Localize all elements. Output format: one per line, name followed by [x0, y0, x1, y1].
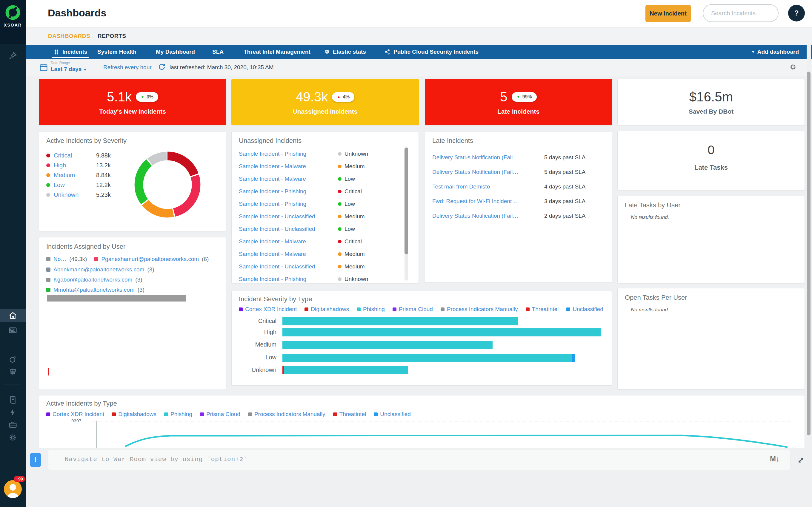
xsoar-logo-icon [5, 5, 20, 20]
pin-icon[interactable] [8, 51, 17, 60]
refresh-interval-link[interactable]: Refresh every hour [103, 64, 152, 71]
expand-icon[interactable] [797, 456, 805, 465]
add-dashboard-button[interactable]: ▼ Add dashboard [751, 45, 799, 59]
bar-low[interactable] [283, 354, 572, 362]
bar-low-unclassified-segment[interactable] [572, 354, 575, 362]
severity-label[interactable]: Medium [54, 172, 93, 179]
severity-label[interactable]: Unknown [54, 191, 93, 198]
nav-item-incidents[interactable]: Incidents [53, 45, 87, 59]
exclamation-icon[interactable]: ! [30, 453, 41, 467]
home-icon[interactable] [8, 311, 17, 320]
markdown-icon[interactable]: M↓ [770, 455, 779, 463]
tab-dashboards[interactable]: DASHBOARDS [48, 27, 90, 45]
severity-dot [338, 165, 342, 168]
legend-item[interactable]: Prisma Cloud [200, 411, 240, 417]
nav-item-public-cloud[interactable]: Public Cloud Security Incidents [385, 45, 478, 59]
kpi-saved-by-dbot[interactable]: $16.5m Saved By DBot [617, 79, 805, 125]
incident-link[interactable]: Sample Incident - Phishing [239, 151, 306, 157]
user-legend-label[interactable]: No… [53, 256, 66, 263]
refresh-icon[interactable] [158, 63, 166, 71]
nav-item-system-health[interactable]: System Health [97, 45, 137, 59]
bar-unknown[interactable] [284, 366, 408, 374]
incident-link[interactable]: Sample Incident - Unclassified [239, 263, 315, 270]
dashboard-settings-gear-icon[interactable] [789, 63, 797, 71]
incident-link[interactable]: Sample Incident - Malware [239, 163, 306, 170]
help-button[interactable]: ? [788, 5, 805, 21]
severity-text: Low [345, 226, 355, 232]
legend-item[interactable]: Process Indicators Manually [441, 306, 518, 313]
scrollbar-thumb[interactable] [807, 71, 811, 436]
legend-item[interactable]: Threatintel [526, 306, 559, 313]
dashboard-monitor-icon[interactable] [8, 326, 17, 335]
nav-item-my-dashboard[interactable]: My Dashboard [156, 45, 195, 59]
date-range-select[interactable]: Last 7 days ▼ [51, 66, 87, 72]
signpost-playbooks-icon[interactable] [8, 368, 17, 376]
severity-dot [46, 193, 50, 197]
incident-link[interactable]: Sample Incident - Phishing [239, 201, 306, 207]
incident-link[interactable]: Sample Incident - Unclassified [239, 213, 315, 220]
legend-item[interactable]: Prisma Cloud [393, 306, 433, 313]
bar-high[interactable] [283, 328, 601, 336]
legend-item[interactable]: Digitalshadows [305, 306, 349, 313]
incident-link[interactable]: Sample Incident - Malware [239, 251, 306, 258]
severity-dot [338, 202, 342, 206]
incident-link[interactable]: Fwd: Request for Wi-Fi Incident … [432, 198, 519, 205]
legend-item[interactable]: Threatintel [333, 411, 366, 417]
nav-item-sla[interactable]: SLA [212, 45, 223, 59]
incident-link[interactable]: Test mail from Demisto [432, 183, 490, 190]
user-legend-label[interactable]: Kgabor@paloaltonetworks.com [53, 276, 132, 283]
incident-link[interactable]: Sample Incident - Phishing [239, 188, 306, 195]
incident-link[interactable]: Sample Incident - Unclassified [239, 226, 315, 232]
new-incident-button[interactable]: New Incident [646, 5, 691, 22]
legend-item[interactable]: Phishing [357, 306, 385, 313]
severity-label[interactable]: Critical [54, 152, 93, 159]
user-legend-label[interactable]: Abrinkmann@paloaltonetworks.com [53, 266, 144, 273]
search-input[interactable] [703, 4, 778, 22]
user-legend-label[interactable]: Pganeshamurt@paloaltonetworks.com [101, 256, 199, 263]
incident-link[interactable]: Sample Incident - Malware [239, 238, 306, 245]
xsoar-logo[interactable]: XSOAR [0, 0, 26, 44]
legend-item[interactable]: Digitalshadows [112, 411, 156, 417]
incident-link[interactable]: Delivery Status Notification (Fail… [432, 169, 518, 175]
settings-gear-icon[interactable] [8, 433, 17, 442]
incident-link[interactable]: Delivery Status Notification (Fail… [432, 213, 518, 219]
user-avatar[interactable] [4, 480, 22, 498]
scrollbar-thumb[interactable] [405, 148, 408, 255]
legend-item[interactable]: Cortex XDR Incident [239, 306, 297, 313]
kpi-unassigned-incidents[interactable]: 49.3k ▲4% Unassigned Incidents [232, 79, 419, 125]
bar-medium[interactable] [283, 341, 493, 349]
lightning-automation-icon[interactable] [8, 408, 17, 417]
legend-item[interactable]: Unclassified [566, 306, 603, 313]
user-legend-label[interactable]: Mmohta@paloaltonetworks.com [53, 287, 135, 293]
legend-item[interactable]: Unclassified [374, 411, 410, 417]
panel-title: Active Incidents by Type [46, 400, 117, 407]
legend-item[interactable]: Process Indicators Manually [248, 411, 325, 417]
assigned-bar-no-owner[interactable] [47, 295, 186, 301]
bomb-incidents-icon[interactable] [8, 355, 17, 363]
incident-link[interactable]: Sample Incident - Malware [239, 176, 306, 182]
nav-item-elastic-stats[interactable]: Elastic stats [324, 45, 366, 59]
bar-critical[interactable] [283, 317, 518, 325]
nav-item-threat-intel[interactable]: Threat Intel Management [244, 45, 310, 59]
kpi-todays-new-incidents[interactable]: 5.1k ▼3% Today's New Incidents [39, 79, 226, 125]
legend-item[interactable]: Cortex XDR Incident [46, 411, 104, 417]
page-scrollbar[interactable] [807, 45, 811, 507]
list-scrollbar[interactable] [405, 147, 408, 281]
kpi-late-incidents[interactable]: 5 ▼99% Late Incidents [425, 79, 612, 125]
legend-item[interactable]: Phishing [164, 411, 192, 417]
severity-label[interactable]: Low [54, 182, 93, 188]
legend-label: Cortex XDR Incident [245, 306, 297, 313]
severity-label[interactable]: High [54, 162, 93, 169]
xsoar-dashboard-screen: XSOAR +99 [0, 0, 812, 507]
severity-donut-chart[interactable] [132, 149, 203, 220]
panel-late-tasks[interactable]: 0 Late Tasks [617, 131, 805, 190]
tab-reports[interactable]: REPORTS [98, 27, 126, 45]
briefcase-jobs-icon[interactable] [8, 420, 17, 429]
shortcut-message-box[interactable]: Navigate to War Room view by using `opti… [48, 450, 791, 470]
severity-dot [46, 183, 50, 187]
incident-link[interactable]: Sample Incident - Phishing [239, 276, 306, 282]
book-docs-icon[interactable] [8, 395, 17, 404]
kpi-label: Unassigned Incidents [293, 108, 357, 115]
incident-link[interactable]: Delivery Status Notification (Fail… [432, 154, 518, 161]
legend-swatch [305, 307, 308, 312]
